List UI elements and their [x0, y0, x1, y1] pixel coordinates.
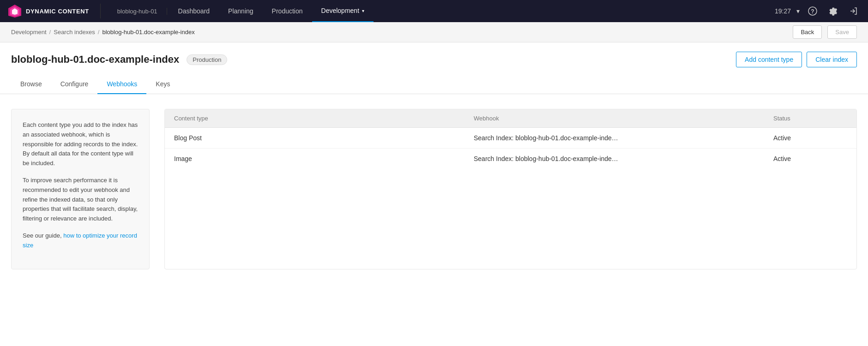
- breadcrumb-search-indexes[interactable]: Search indexes: [54, 29, 95, 36]
- row-2-content-type: Image: [165, 149, 464, 169]
- row-1-status: Active: [764, 128, 856, 148]
- info-panel: Each content type you add to the index h…: [11, 109, 150, 269]
- nav-development-label: Development: [321, 7, 360, 14]
- time-display: 19:27: [775, 7, 791, 15]
- add-content-type-button[interactable]: Add content type: [736, 52, 802, 67]
- svg-text:?: ?: [811, 8, 814, 15]
- page-header-actions: Add content type Clear index: [736, 52, 857, 67]
- main-content: Each content type you add to the index h…: [0, 94, 868, 284]
- webhooks-table: Content type Webhook Status Blog Post Se…: [164, 109, 857, 269]
- top-navigation: DYNAMIC CONTENT bloblog-hub-01 Dashboard…: [0, 0, 868, 22]
- hub-name: bloblog-hub-01: [108, 8, 167, 15]
- clear-index-button[interactable]: Clear index: [807, 52, 857, 67]
- back-button[interactable]: Back: [793, 25, 822, 39]
- topnav-right: 19:27 ▾ ?: [775, 4, 861, 18]
- page-header-left: bloblog-hub-01.doc-example-index Product…: [11, 54, 227, 66]
- nav-planning[interactable]: Planning: [219, 0, 263, 22]
- row-1-webhook: Search Index: bloblog-hub-01.doc-example…: [464, 128, 764, 148]
- page-header: bloblog-hub-01.doc-example-index Product…: [0, 42, 868, 67]
- breadcrumb-actions: Back Save: [793, 25, 857, 39]
- info-paragraph-2: To improve search performance it is reco…: [23, 176, 138, 224]
- info-guide: See our guide, how to optimize your reco…: [23, 231, 138, 251]
- nav-development[interactable]: Development ▾: [312, 0, 374, 22]
- breadcrumb-current: bloblog-hub-01.doc-example-index: [102, 29, 194, 36]
- tab-configure[interactable]: Configure: [51, 75, 98, 94]
- info-paragraph-1: Each content type you add to the index h…: [23, 120, 138, 168]
- nav-links: Dashboard Planning Production Developmen…: [169, 0, 775, 22]
- table-row[interactable]: Blog Post Search Index: bloblog-hub-01.d…: [165, 128, 856, 149]
- table-row[interactable]: Image Search Index: bloblog-hub-01.doc-e…: [165, 149, 856, 169]
- logout-icon[interactable]: [846, 4, 861, 18]
- nav-dashboard[interactable]: Dashboard: [169, 0, 219, 22]
- settings-icon[interactable]: [826, 4, 840, 18]
- nav-production[interactable]: Production: [263, 0, 312, 22]
- tabs-bar: Browse Configure Webhooks Keys: [0, 75, 868, 94]
- tab-keys[interactable]: Keys: [146, 75, 179, 94]
- time-dropdown-icon[interactable]: ▾: [796, 7, 800, 15]
- col-header-content-type: Content type: [165, 109, 464, 127]
- tab-browse[interactable]: Browse: [11, 75, 51, 94]
- breadcrumb-sep-2: /: [98, 29, 100, 36]
- breadcrumb-development[interactable]: Development: [11, 29, 47, 36]
- tab-webhooks[interactable]: Webhooks: [97, 75, 146, 94]
- help-icon[interactable]: ?: [805, 4, 820, 18]
- brand-name: DYNAMIC CONTENT: [26, 8, 89, 15]
- env-badge: Production: [187, 54, 227, 65]
- save-button[interactable]: Save: [827, 25, 857, 39]
- col-header-webhook: Webhook: [464, 109, 764, 127]
- breadcrumb-bar: Development / Search indexes / bloblog-h…: [0, 22, 868, 42]
- breadcrumb-sep-1: /: [49, 29, 51, 36]
- row-2-status: Active: [764, 149, 856, 169]
- breadcrumb: Development / Search indexes / bloblog-h…: [11, 29, 195, 36]
- row-1-content-type: Blog Post: [165, 128, 464, 148]
- row-2-webhook: Search Index: bloblog-hub-01.doc-example…: [464, 149, 764, 169]
- table-header: Content type Webhook Status: [165, 109, 856, 128]
- brand-area: DYNAMIC CONTENT: [7, 4, 101, 18]
- page-title: bloblog-hub-01.doc-example-index: [11, 54, 179, 66]
- chevron-down-icon: ▾: [362, 8, 364, 13]
- col-header-status: Status: [764, 109, 856, 127]
- brand-logo-icon: [7, 4, 22, 18]
- guide-prefix: See our guide,: [23, 232, 63, 239]
